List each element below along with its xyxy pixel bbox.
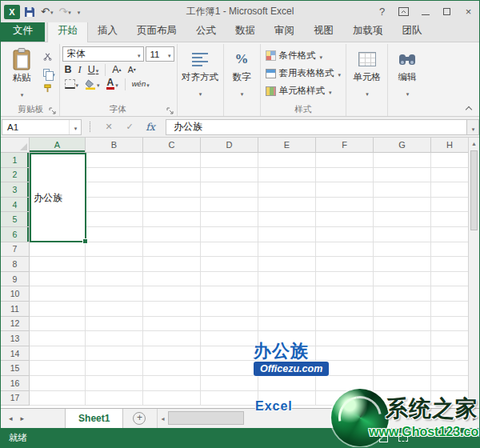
cell-A14[interactable] [30, 346, 86, 362]
cell-D16[interactable] [201, 376, 258, 391]
cell-A7[interactable] [30, 242, 86, 258]
cell-D14[interactable] [201, 346, 258, 362]
cell-E16[interactable] [258, 376, 316, 391]
cell-B9[interactable] [86, 272, 143, 287]
enter-button[interactable]: ✓ [119, 122, 140, 132]
cell-C13[interactable] [143, 331, 201, 346]
cell-C3[interactable] [143, 182, 201, 198]
cell-E17[interactable] [258, 391, 316, 406]
cell-D6[interactable] [201, 227, 258, 242]
font-size-select[interactable]: 11 [146, 46, 174, 62]
cell-F8[interactable] [316, 257, 374, 272]
cell-A12[interactable] [30, 317, 86, 332]
cell-H6[interactable] [431, 227, 468, 242]
cell-E13[interactable] [258, 331, 316, 346]
cell-D11[interactable] [201, 302, 258, 317]
cell-G11[interactable] [374, 302, 431, 317]
borders-button[interactable] [62, 78, 82, 90]
tab-team[interactable]: 团队 [393, 21, 432, 42]
cell-G2[interactable] [374, 168, 431, 183]
cell-H2[interactable] [431, 168, 468, 183]
cell-F5[interactable] [316, 212, 374, 227]
sheet-nav-left-button[interactable]: ◂ [5, 414, 17, 422]
cell-D13[interactable] [201, 331, 258, 346]
cell-G15[interactable] [374, 361, 431, 376]
cell-E2[interactable] [258, 168, 316, 183]
column-header-D[interactable]: D [201, 138, 258, 153]
cell-F2[interactable] [316, 168, 374, 183]
font-color-button[interactable]: A [104, 78, 121, 90]
cell-C4[interactable] [143, 198, 201, 213]
cell-A10[interactable] [30, 286, 86, 302]
sheet-tab-sheet1[interactable]: Sheet1 [65, 409, 123, 428]
scroll-right-button[interactable]: ▸ [470, 415, 479, 422]
italic-button[interactable]: I [76, 63, 84, 76]
cell-F10[interactable] [316, 286, 374, 302]
cell-H16[interactable] [431, 376, 468, 391]
horizontal-scroll-track[interactable] [167, 409, 470, 428]
cell-H5[interactable] [431, 212, 468, 227]
fill-color-button[interactable] [82, 78, 102, 90]
cell-G8[interactable] [374, 257, 431, 272]
cell-B4[interactable] [86, 198, 143, 213]
row-header-6[interactable]: 6 [1, 227, 30, 242]
cell-C12[interactable] [143, 317, 201, 332]
row-header-17[interactable]: 17 [1, 391, 30, 406]
format-painter-button[interactable] [42, 82, 57, 94]
cell-E1[interactable] [258, 153, 316, 168]
cell-D9[interactable] [201, 272, 258, 287]
cell-B17[interactable] [86, 391, 143, 406]
view-page-break-button[interactable] [396, 431, 410, 444]
cell-D17[interactable] [201, 391, 258, 406]
cell-G9[interactable] [374, 272, 431, 287]
cell-G14[interactable] [374, 346, 431, 362]
cell-A17[interactable] [30, 391, 86, 406]
cell-H7[interactable] [431, 242, 468, 258]
cell-H4[interactable] [431, 198, 468, 213]
cell-E11[interactable] [258, 302, 316, 317]
cell-H10[interactable] [431, 286, 468, 302]
cell-F16[interactable] [316, 376, 374, 391]
cell-E5[interactable] [258, 212, 316, 227]
cell-D4[interactable] [201, 198, 258, 213]
cell-C8[interactable] [143, 257, 201, 272]
column-header-F[interactable]: F [316, 138, 374, 153]
cell-G10[interactable] [374, 286, 431, 302]
row-header-9[interactable]: 9 [1, 272, 30, 287]
cell-B1[interactable] [86, 153, 143, 168]
cell-G16[interactable] [374, 376, 431, 391]
column-header-B[interactable]: B [86, 138, 143, 153]
cell-F4[interactable] [316, 198, 374, 213]
cell-E3[interactable] [258, 182, 316, 198]
cell-B8[interactable] [86, 257, 143, 272]
decrease-font-size-button[interactable]: A [126, 63, 138, 76]
alignment-button[interactable]: 对齐方式 [180, 45, 221, 116]
view-normal-button[interactable] [356, 431, 370, 444]
cell-C7[interactable] [143, 242, 201, 258]
cell-G1[interactable] [374, 153, 431, 168]
row-header-11[interactable]: 11 [1, 302, 30, 317]
cell-F11[interactable] [316, 302, 374, 317]
scroll-up-button[interactable]: ▲ [469, 138, 479, 150]
cell-B10[interactable] [86, 286, 143, 302]
cell-H17[interactable] [431, 391, 468, 406]
tab-home[interactable]: 开始 [47, 20, 88, 42]
bold-button[interactable]: B [62, 63, 74, 76]
cell-F1[interactable] [316, 153, 374, 168]
name-box[interactable]: A1 [2, 119, 82, 135]
cell-E8[interactable] [258, 257, 316, 272]
cell-C10[interactable] [143, 286, 201, 302]
editing-button[interactable]: 编辑 [390, 45, 424, 116]
cell-B6[interactable] [86, 227, 143, 242]
cell-G12[interactable] [374, 317, 431, 332]
cell-D10[interactable] [201, 286, 258, 302]
cell-B16[interactable] [86, 376, 143, 391]
cell-F3[interactable] [316, 182, 374, 198]
cell-C15[interactable] [143, 361, 201, 376]
vertical-scrollbar[interactable]: ▲ ▼ [468, 138, 479, 408]
sheet-nav-right-button[interactable]: ▸ [17, 414, 29, 422]
name-box-dropdown[interactable] [69, 120, 81, 134]
column-header-G[interactable]: G [374, 138, 431, 153]
row-header-10[interactable]: 10 [1, 286, 30, 302]
row-header-2[interactable]: 2 [1, 168, 30, 183]
